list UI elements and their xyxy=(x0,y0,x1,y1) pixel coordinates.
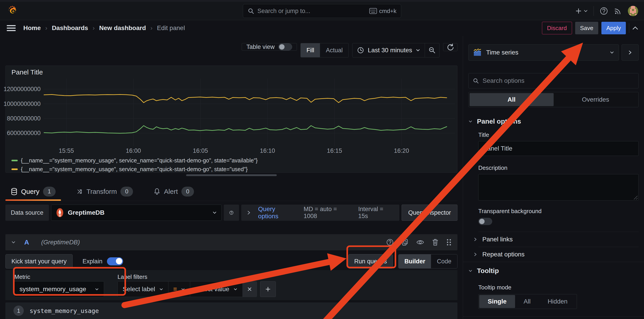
tab-label: Alert xyxy=(164,188,178,195)
drag-handle-icon[interactable] xyxy=(446,238,452,246)
visualization-picker[interactable]: Time series xyxy=(468,45,619,61)
global-search[interactable]: cmd+k xyxy=(243,4,401,18)
time-range-picker[interactable]: Last 30 minutes xyxy=(352,43,425,57)
options-search-input[interactable] xyxy=(482,77,634,84)
trash-icon[interactable] xyxy=(432,238,438,246)
help-icon[interactable] xyxy=(386,238,394,246)
help-button[interactable] xyxy=(600,7,608,15)
refresh-button[interactable] xyxy=(443,43,458,51)
grafana-logo-icon[interactable] xyxy=(7,5,18,16)
tooltip-mode-hidden[interactable]: Hidden xyxy=(539,295,576,308)
chevron-down-icon xyxy=(468,120,472,123)
chart-legend: {__name__="system_memory_usage", service… xyxy=(6,156,457,173)
clock-icon xyxy=(357,47,364,54)
tooltip-mode-single[interactable]: Single xyxy=(479,295,515,308)
visualization-name: Time series xyxy=(486,49,518,56)
avatar[interactable] xyxy=(628,6,638,16)
tab-transform[interactable]: Transform 0 xyxy=(71,182,138,201)
panel-links-collapse[interactable]: Panel links xyxy=(474,232,638,247)
resize-grip[interactable] xyxy=(632,194,638,199)
collapse-options-pane-button[interactable] xyxy=(632,26,638,30)
options-search[interactable] xyxy=(468,73,638,88)
query-inspector-button[interactable]: Query inspector xyxy=(402,205,458,221)
panel-options-section-header[interactable]: Panel options xyxy=(468,118,638,125)
x-tick-label: 15:55 xyxy=(59,147,74,154)
repeat-options-collapse[interactable]: Repeat options xyxy=(474,247,638,262)
discard-button[interactable]: Discard xyxy=(542,22,572,34)
panel-description-input[interactable] xyxy=(478,174,638,201)
query-row-header[interactable]: A (GreptimeDB) xyxy=(6,234,458,250)
news-rss-button[interactable] xyxy=(614,7,622,15)
open-viz-suggestions-button[interactable] xyxy=(622,45,638,61)
apply-button[interactable]: Apply xyxy=(602,22,626,34)
breadcrumb-bar: Home Dashboards New dashboard Edit panel… xyxy=(0,20,644,36)
chart-plot[interactable] xyxy=(44,79,455,146)
chevron-down-icon xyxy=(159,288,163,291)
legend-item[interactable]: {__name__="system_memory_usage", service… xyxy=(12,157,457,164)
code-option[interactable]: Code xyxy=(431,254,457,268)
editor-tabs: Query 1 Transform 0 Alert 0 xyxy=(6,182,458,201)
legend-label: {__name__="system_memory_usage", service… xyxy=(21,166,248,173)
operator-dropdown[interactable]: = xyxy=(168,281,190,297)
add-new-button[interactable] xyxy=(575,8,588,14)
tooltip-section-header[interactable]: Tooltip xyxy=(468,267,638,274)
kick-start-query-button[interactable]: Kick start your query xyxy=(6,254,73,268)
explain-label: Explain xyxy=(82,258,102,265)
time-series-viz-icon xyxy=(473,48,482,57)
table-view-toggle[interactable] xyxy=(278,43,292,51)
breadcrumb-home[interactable]: Home xyxy=(23,25,41,32)
eye-icon[interactable] xyxy=(416,239,424,245)
breadcrumb-new-dashboard[interactable]: New dashboard xyxy=(99,25,146,32)
transparent-background-label: Transparent background xyxy=(478,208,638,215)
menu-icon[interactable] xyxy=(7,25,16,32)
legend-item[interactable]: {__name__="system_memory_usage", service… xyxy=(12,166,457,173)
query-options-collapse[interactable]: Query options MD = auto = 1008 Interval … xyxy=(241,205,400,221)
select-label-dropdown[interactable]: Select label xyxy=(118,281,168,297)
table-view-toggle-group[interactable]: Table view xyxy=(242,43,297,51)
database-icon xyxy=(11,188,18,195)
query-ref-id[interactable]: A xyxy=(24,238,29,246)
explain-step-number: 1 xyxy=(14,305,24,316)
tab-label: Transform xyxy=(86,188,117,195)
chevron-down-icon xyxy=(11,241,16,244)
builder-option[interactable]: Builder xyxy=(398,254,431,268)
chevron-down-icon xyxy=(95,288,99,291)
tooltip-mode-label: Tooltip mode xyxy=(478,284,638,291)
explain-toggle[interactable] xyxy=(107,257,123,265)
plus-icon xyxy=(575,8,582,14)
panel-title-input[interactable] xyxy=(478,141,638,156)
remove-filter-button[interactable] xyxy=(242,281,257,297)
transparent-background-toggle[interactable] xyxy=(478,218,492,225)
metric-select[interactable]: system_memory_usage xyxy=(14,281,104,297)
run-queries-button[interactable]: Run queries xyxy=(348,254,393,268)
query-actions-row: Kick start your query Explain Run querie… xyxy=(6,254,458,269)
datasource-help-button[interactable] xyxy=(224,205,239,221)
datasource-picker[interactable]: GreptimeDB xyxy=(51,205,222,221)
chevron-down-icon xyxy=(234,288,238,291)
tab-alert[interactable]: Alert 0 xyxy=(148,182,199,201)
chevron-right-icon xyxy=(474,252,477,257)
select-value-dropdown[interactable]: Select value xyxy=(190,281,242,297)
search-input[interactable] xyxy=(258,8,366,15)
tab-query[interactable]: Query 1 xyxy=(6,182,61,201)
max-data-points: MD = auto = 1008 xyxy=(304,206,351,220)
chevron-right-icon xyxy=(474,237,477,242)
save-button[interactable]: Save xyxy=(575,22,598,34)
duplicate-icon[interactable] xyxy=(402,238,408,246)
legend-swatch xyxy=(12,160,18,161)
datasource-label: Data source xyxy=(6,205,49,221)
tooltip-mode-all[interactable]: All xyxy=(515,295,539,308)
time-range-group: Last 30 minutes xyxy=(352,43,440,58)
fill-option[interactable]: Fill xyxy=(301,43,320,57)
metric-value: system_memory_usage xyxy=(20,285,90,293)
explain-step-code: system_memory_usage xyxy=(30,307,99,314)
zoom-out-time-button[interactable] xyxy=(425,43,439,57)
tab-all[interactable]: All xyxy=(470,93,554,106)
add-filter-button[interactable] xyxy=(260,281,276,297)
actual-option[interactable]: Actual xyxy=(320,43,348,57)
chevron-right-icon xyxy=(628,50,632,55)
pane-resize-handle[interactable] xyxy=(186,174,277,176)
breadcrumb-dashboards[interactable]: Dashboards xyxy=(52,25,88,32)
panel-title[interactable]: Panel Title xyxy=(6,66,457,79)
tab-overrides[interactable]: Overrides xyxy=(554,93,638,106)
